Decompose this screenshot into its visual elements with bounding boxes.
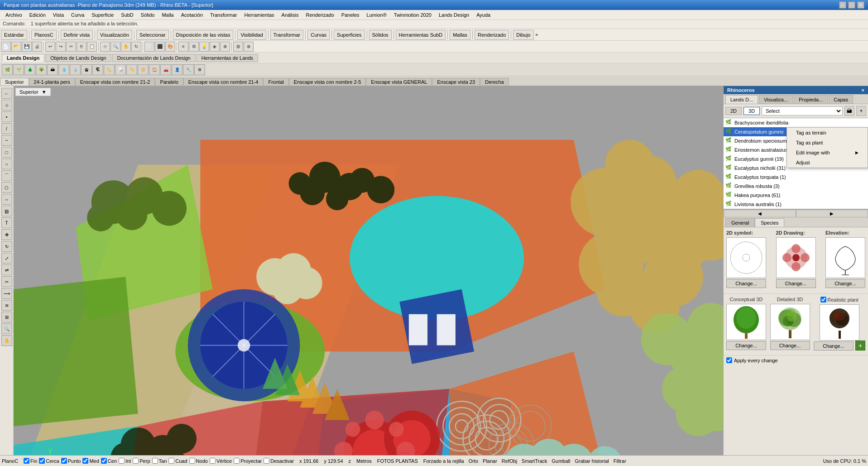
ctx-item-2[interactable]: Edit image with [787,148,868,158]
menu-item-ayuda[interactable]: Ayuda [473,11,494,19]
renderizado-label[interactable]: Renderizado [475,30,509,40]
solidos-label[interactable]: Sólidos [369,30,392,40]
snap-side-btn[interactable]: ⊞ [1,312,12,322]
plant-nav-right[interactable]: ▶ [796,210,868,217]
panel-tab-capas[interactable]: Capas [829,95,853,104]
disposicion-label[interactable]: Disposición de las vistas [173,30,234,40]
trim-btn[interactable]: ✂ [1,276,12,287]
apply-label[interactable]: Apply every change [726,357,778,363]
hatch-btn[interactable]: ▨ [1,206,12,216]
lt-btn-6[interactable]: 💧 [58,64,69,75]
prop-btn[interactable]: ⚙ [189,42,199,52]
zoom-side-btn[interactable]: 🔍 [1,323,12,334]
panel-tab-lands[interactable]: Lands D... [725,95,758,104]
change-conceptual-3d-btn[interactable]: Change... [726,341,766,350]
vp-tab-9[interactable]: Derecha [480,78,509,86]
status-grabar-historial[interactable]: Grabar historial [575,458,609,464]
box-btn[interactable]: □ [1,147,12,158]
cb-vértice[interactable] [210,458,216,464]
cut-btn[interactable]: ✂ [66,42,76,52]
menu-item-superficie[interactable]: Superficie [88,11,117,19]
vp-tab-5[interactable]: Frontal [263,78,288,86]
view-icon-2[interactable]: + [856,106,866,116]
viewport-label[interactable]: Superior ▼ [15,88,51,96]
select-btn[interactable]: ⊹ [100,42,110,52]
scale-btn[interactable]: ⤢ [1,253,12,264]
menu-item-acotaci-n[interactable]: Acotación [177,11,206,19]
vp-tab-2[interactable]: Enscape vista con nombre 21-2 [75,78,155,86]
vp-tab-7[interactable]: Enscape vista GENERAL [366,78,432,86]
ctx-item-3[interactable]: Adjust [787,158,868,168]
left-arrow-btn[interactable]: ← [1,88,12,99]
menu-item-archivo[interactable]: Archivo [2,11,26,19]
coord-planoc[interactable]: PlanoC [2,458,18,464]
open-btn[interactable]: 📂 [11,42,21,52]
lt-btn-16[interactable]: 👤 [172,64,182,75]
pan-side-btn[interactable]: ✋ [1,335,12,346]
mallas-label[interactable]: Mallas [450,30,470,40]
visualizacion-label[interactable]: Visualización [97,30,132,40]
btn-3d[interactable]: 3D [743,107,760,115]
maximize-btn[interactable]: □ [848,1,855,9]
cb-nodo[interactable] [189,458,195,464]
render-preview-btn[interactable]: 🎨 [165,42,175,52]
snap-btn[interactable]: ⊕ [220,42,230,52]
cb-cen[interactable] [101,458,107,464]
view-select[interactable]: Select [762,106,843,115]
menu-item-subd[interactable]: SubD [117,11,137,19]
menu-item-herramientas[interactable]: Herramientas [241,11,278,19]
new-btn[interactable]: 📄 [1,42,11,52]
close-btn[interactable]: ✕ [857,1,864,9]
change-detailed-3d-btn[interactable]: Change... [770,341,810,350]
visibilidad-label[interactable]: Visibilidad [237,30,266,40]
zoom-btn[interactable]: 🔍 [110,42,120,52]
cb-tan[interactable] [152,458,158,464]
tab-lands-design[interactable]: Lands Design [2,54,44,62]
extend-btn[interactable]: ⟶ [1,288,12,299]
status-text[interactable]: FOTOS PLANTAS [377,458,418,464]
menu-item-malla[interactable]: Malla [158,11,177,19]
menu-item-vista[interactable]: Vista [49,11,67,19]
tab-herramientas[interactable]: Herramientas de Lands [197,54,258,62]
lt-btn-10[interactable]: 📐 [104,64,115,75]
paste-btn[interactable]: 📋 [87,42,97,52]
cb-punto[interactable] [61,458,67,464]
vp-tab-0[interactable]: Superior [0,78,29,86]
menu-item-s-lido[interactable]: Sólido [137,11,158,19]
status-text[interactable]: Forzado a la rejilla [423,458,464,464]
herr-subd-label[interactable]: Herramientas SubD [396,30,446,40]
panel-tab-propieda[interactable]: Propieda... [794,95,828,104]
add-realistic-btn[interactable]: + [855,341,865,351]
superficies-label[interactable]: Superficies [334,30,364,40]
cb-int[interactable] [119,458,125,464]
menu-item-transformar[interactable]: Transformar [206,11,241,19]
toolbar-expand[interactable]: » [536,32,538,37]
redo-btn[interactable]: ↪ [56,42,66,52]
plant-item-0[interactable]: 🌿Brachyscome iberidifolia [724,118,868,127]
cb-desactivar[interactable] [264,458,269,464]
vp-tab-1[interactable]: 24-1-planta pers [29,78,75,86]
pan-btn[interactable]: ✋ [121,42,131,52]
status-refobj[interactable]: RefObj [502,458,517,464]
layer-btn[interactable]: ≡ [178,42,188,52]
plant-item-7[interactable]: 🌿Grevillea robusta (3) [724,182,868,191]
lt-btn-9[interactable]: 🏗 [92,64,103,75]
view-icon-1[interactable]: 🏔 [844,106,854,116]
plant-nav-left[interactable]: ◀ [724,210,796,217]
print-btn[interactable]: 🖨 [32,42,42,52]
lt-btn-1[interactable]: 🌿 [2,64,13,75]
plant-item-8[interactable]: 🌿Hakea purpurea (61) [724,191,868,200]
arc-btn[interactable]: ⌒ [1,170,12,181]
vp-tab-6[interactable]: Enscape vista con nombre 2-5 [289,78,366,86]
lt-btn-4[interactable]: 🌳 [36,64,47,75]
menu-item-paneles[interactable]: Paneles [338,11,363,19]
lt-btn-17[interactable]: 🔧 [183,64,194,75]
text-btn[interactable]: T [1,217,12,228]
poly-btn[interactable]: ⬡ [1,182,12,193]
menu-item-edici-n[interactable]: Edición [26,11,49,19]
point-btn[interactable]: • [1,111,12,122]
lt-btn-13[interactable]: 🔆 [138,64,149,75]
change-2d-drawing-btn[interactable]: Change... [776,279,816,288]
cb-cuad[interactable] [168,458,174,464]
menu-item-an-lisis[interactable]: Análisis [278,11,302,19]
